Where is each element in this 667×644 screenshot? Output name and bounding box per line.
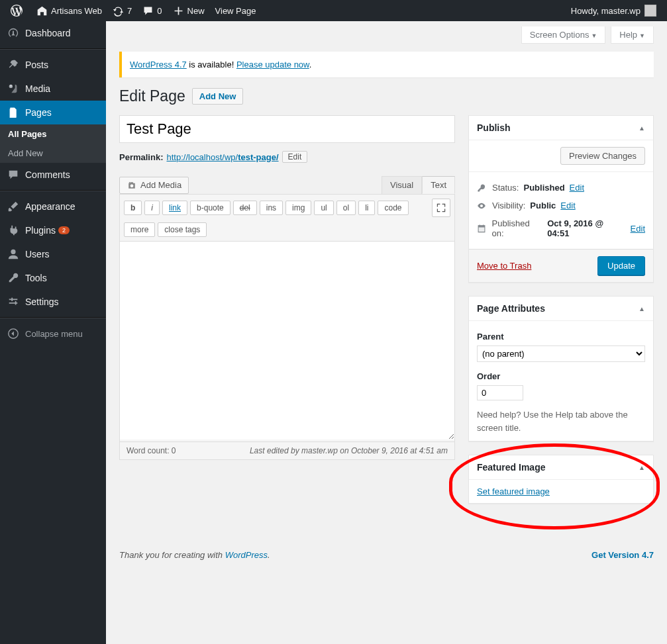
wordpress-link[interactable]: WordPress — [225, 550, 268, 560]
sidebar-item-tools[interactable]: Tools — [0, 266, 106, 290]
fullscreen-button[interactable] — [432, 199, 450, 217]
permalink-link[interactable]: http://localhost/wp/test-page/ — [166, 152, 278, 162]
edit-columns: Permalink: http://localhost/wp/test-page… — [119, 115, 654, 517]
separator — [0, 317, 106, 318]
comments-link[interactable]: 0 — [137, 0, 167, 21]
qt-del[interactable]: del — [233, 201, 257, 215]
chevron-down-icon: ▼ — [639, 32, 645, 39]
edit-slug-button[interactable]: Edit — [282, 151, 308, 163]
qt-ins[interactable]: ins — [260, 201, 283, 215]
featured-title[interactable]: Featured Image ▲ — [469, 455, 653, 480]
sidebar-item-pages[interactable]: Pages — [0, 101, 106, 124]
user-icon — [7, 248, 20, 261]
sliders-icon — [7, 295, 20, 308]
sidebar-item-appearance[interactable]: Appearance — [0, 195, 106, 218]
last-edited: Last edited by master.wp on October 9, 2… — [250, 446, 448, 455]
footer-pre: Thank you for creating with — [119, 550, 225, 560]
sidebar-sub-add-new[interactable]: Add New — [0, 144, 106, 163]
update-button[interactable]: Update — [597, 256, 645, 275]
sidebar-item-users[interactable]: Users — [0, 242, 106, 266]
my-account[interactable]: Howdy, master.wp — [566, 0, 662, 21]
update-now-link[interactable]: Please update now — [236, 60, 309, 69]
tab-visual[interactable]: Visual — [382, 176, 422, 194]
qt-bold[interactable]: b — [124, 201, 142, 215]
qt-ul[interactable]: ul — [314, 201, 333, 215]
attrs-help: Need help? Use the Help tab above the sc… — [477, 408, 645, 434]
sidebar-label: Posts — [25, 60, 48, 70]
edit-visibility-link[interactable]: Edit — [560, 201, 575, 210]
page-title: Edit Page — [119, 87, 185, 105]
preview-button[interactable]: Preview Changes — [560, 147, 645, 165]
tab-text[interactable]: Text — [422, 176, 455, 194]
qt-italic[interactable]: i — [144, 201, 160, 215]
sidebar-label: Dashboard — [25, 28, 71, 38]
edit-status-link[interactable]: Edit — [570, 183, 584, 193]
separator — [0, 48, 106, 50]
svg-point-0 — [9, 85, 13, 88]
sidebar-label: Appearance — [25, 201, 76, 212]
publish-title-text: Publish — [477, 122, 511, 133]
sidebar-label: Comments — [25, 169, 70, 180]
parent-select[interactable]: (no parent) — [477, 345, 645, 362]
update-icon — [113, 5, 124, 17]
wp-logo[interactable] — [5, 0, 31, 21]
add-media-button[interactable]: Add Media — [119, 177, 189, 194]
edit-date-link[interactable]: Edit — [631, 224, 645, 234]
featured-image-metabox: Featured Image ▲ Set featured image — [468, 455, 654, 504]
publish-title[interactable]: Publish ▲ — [469, 116, 653, 140]
new-content-link[interactable]: New — [168, 0, 210, 21]
published-label: Published on: — [492, 218, 543, 238]
col-main: Permalink: http://localhost/wp/test-page… — [119, 115, 455, 517]
brush-icon — [7, 200, 20, 213]
svg-point-3 — [130, 184, 134, 187]
publish-metabox: Publish ▲ Preview Changes Status: Publis… — [468, 115, 654, 283]
updates-link[interactable]: 7 — [107, 0, 137, 21]
qt-ol[interactable]: ol — [336, 201, 356, 215]
get-version-link[interactable]: Get Version 4.7 — [591, 550, 654, 560]
comment-icon — [7, 168, 20, 181]
qt-img[interactable]: img — [285, 201, 311, 215]
help-tab[interactable]: Help▼ — [611, 26, 654, 44]
dashboard-icon — [7, 26, 20, 40]
permalink-row: Permalink: http://localhost/wp/test-page… — [119, 151, 455, 163]
sidebar-item-plugins[interactable]: Plugins 2 — [0, 218, 106, 242]
qt-link[interactable]: link — [162, 201, 187, 215]
order-input[interactable] — [477, 385, 523, 400]
qt-bquote[interactable]: b-quote — [190, 201, 231, 215]
wp-version-link[interactable]: WordPress 4.7 — [130, 60, 187, 69]
set-featured-image-link[interactable]: Set featured image — [477, 486, 550, 496]
sidebar-collapse[interactable]: Collapse menu — [0, 322, 106, 345]
sidebar-sub-all-pages[interactable]: All Pages — [0, 124, 106, 144]
site-name-link[interactable]: Artisans Web — [31, 0, 107, 21]
publish-preview-row: Preview Changes — [469, 140, 653, 172]
chevron-down-icon: ▼ — [591, 32, 597, 39]
sidebar-item-comments[interactable]: Comments — [0, 163, 106, 187]
notice-text: is available! — [187, 60, 236, 69]
qt-close[interactable]: close tags — [158, 222, 207, 237]
add-new-button[interactable]: Add New — [192, 88, 244, 105]
post-title-input[interactable] — [119, 115, 455, 143]
plugins-update-badge: 2 — [58, 226, 70, 234]
view-page-label: View Page — [215, 6, 256, 16]
plug-icon — [7, 224, 20, 237]
view-page-link[interactable]: View Page — [210, 0, 262, 21]
visibility-row: Visibility: Public Edit — [477, 197, 645, 214]
visibility-value: Public — [530, 201, 556, 210]
screen-options-tab[interactable]: Screen Options▼ — [521, 26, 606, 44]
move-to-trash-link[interactable]: Move to Trash — [477, 261, 531, 271]
qt-code[interactable]: code — [378, 201, 408, 215]
sidebar-item-settings[interactable]: Settings — [0, 290, 106, 314]
qt-more[interactable]: more — [124, 222, 155, 237]
sidebar-item-media[interactable]: Media — [0, 77, 106, 101]
sidebar-item-dashboard[interactable]: Dashboard — [0, 21, 106, 45]
status-value: Published — [523, 183, 564, 193]
attrs-title[interactable]: Page Attributes ▲ — [469, 297, 653, 321]
chevron-up-icon: ▲ — [639, 124, 645, 132]
sidebar-item-posts[interactable]: Posts — [0, 53, 106, 77]
calendar-icon — [477, 224, 487, 233]
status-row: Status: Published Edit — [477, 179, 645, 197]
content-textarea[interactable] — [120, 241, 454, 439]
page-heading: Edit Page Add New — [119, 87, 654, 105]
qt-li[interactable]: li — [358, 201, 375, 215]
featured-body: Set featured image — [469, 480, 653, 503]
